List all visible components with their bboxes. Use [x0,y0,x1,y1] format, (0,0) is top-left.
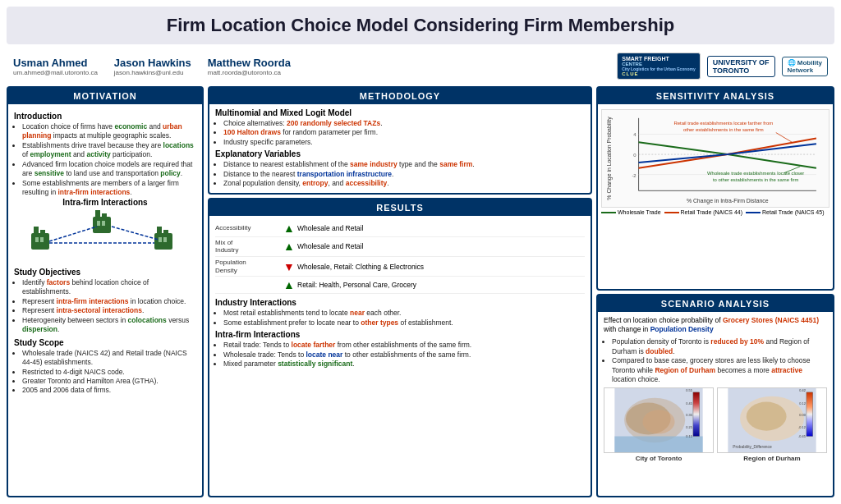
author-3-name: Matthew Roorda [208,57,291,69]
durham-map-svg: 0.42 0.12 0.00 -0.12 -0.45 Probability_D… [718,388,826,452]
exp-bullet-3: Zonal population density, entropy, and a… [223,179,585,188]
svg-text:4: 4 [633,132,636,137]
svg-text:0.25: 0.25 [686,424,692,428]
model-bullets: Choice alternatives: 200 randomly select… [215,119,585,147]
right-panel: SENSITIVITY ANALYSIS % Change in Locatio… [596,86,834,497]
svg-rect-48 [807,392,813,437]
model-bullet-3: Industry specific parameters. [223,138,585,147]
results-row-2: Mix ofIndustry ▲ Wholesale and Retail [215,237,585,257]
author-3: Matthew Roorda matt.roorda@utoronto.ca [208,57,291,76]
author-2-email: jason.hawkins@unl.edu [114,69,191,76]
scenario-bullet-2: Compared to base case, grocery stores ar… [612,356,827,384]
row1-value: Wholesale and Retail [297,224,585,232]
results-row-3: PopulationDensity ▼ Wholesale, Retail: C… [215,257,585,277]
svg-rect-2 [40,230,45,233]
sensitivity-panel: SENSITIVITY ANALYSIS % Change in Locatio… [596,86,834,291]
obj-bullet-3: Represent intra-sectoral interactions. [22,306,196,315]
study-objectives-bullets: Identify factors behind location choice … [14,278,196,335]
row1-arrow: ▲ [281,222,297,235]
explanatory-title: Explanatory Variables [215,149,585,158]
row2-value: Wholesale and Retail [297,242,585,250]
svg-text:to other establishments in the: to other establishments in the same firm [713,177,799,182]
results-body: Accessibility ▲ Wholesale and Retail Mix… [209,216,591,373]
row4-value: Retail: Health, Personal Care, Grocery [297,281,585,289]
scope-bullet-4: 2005 and 2006 data of firms. [22,386,196,395]
methodology-header: METHODOLOGY [209,88,591,104]
motivation-panel: MOTIVATION Introduction Location choice … [7,86,204,497]
svg-rect-39 [693,392,700,437]
author-3-email: matt.roorda@utoronto.ca [208,69,291,76]
intra-firm-interactions-title: Intra-firm Interactions [215,330,585,339]
row3-arrow: ▼ [281,260,297,273]
svg-rect-1 [34,227,39,233]
exp-bullet-1: Distance to nearest establishment of the… [223,160,585,169]
introduction-title: Introduction [14,112,196,121]
toronto-map-container: 0.55 0.45 0.35 0.25 0.15 City of Toronto [604,387,714,462]
obj-bullet-2: Represent intra-firm interactions in loc… [22,297,196,306]
author-1-name: Usman Ahmed [13,57,98,69]
svg-text:0.45: 0.45 [686,401,692,405]
svg-text:Retail trade establishments lo: Retail trade establishments locate farth… [674,121,774,126]
scenario-subtitle: Effect on location choice probability of… [604,316,827,336]
svg-rect-3 [35,237,39,242]
svg-text:0: 0 [633,153,636,158]
explanatory-bullets: Distance to nearest establishment of the… [215,160,585,188]
svg-rect-13 [159,237,162,242]
toronto-map-svg: 0.55 0.45 0.35 0.25 0.15 [604,388,713,452]
svg-point-37 [643,410,675,433]
svg-text:0.00: 0.00 [799,413,806,417]
scope-bullet-2: Restricted to 4-digit NAICS code. [22,368,196,377]
svg-text:-0.45: -0.45 [798,434,806,438]
intra-firm-diagram [14,207,196,264]
authors-bar: Usman Ahmed um.ahmed@mail.utoronto.ca Ja… [7,49,834,83]
sensitivity-header: SENSITIVITY ANALYSIS [598,88,833,104]
results-row-1: Accessibility ▲ Wholesale and Retail [215,220,585,237]
svg-rect-9 [102,221,105,226]
scope-bullet-1: Wholesale trade (NAICS 42) and Retail tr… [22,349,196,368]
row2-arrow: ▲ [281,240,297,253]
introduction-bullets: Location choice of firms have economic a… [14,122,196,198]
poster-title: Firm Location Choice Model Considering F… [7,7,834,44]
svg-rect-7 [102,213,107,217]
legend-retail44: Retail Trade (NAICS 44) [664,209,742,215]
svg-text:other establishments in the sa: other establishments in the same firm [683,127,764,132]
toronto-map: 0.55 0.45 0.35 0.25 0.15 [604,387,714,453]
intra-firm-title: Intra-firm Interactions [14,198,196,207]
svg-rect-11 [157,227,162,233]
legend-retail45: Retail Trade (NAICS 45) [746,209,824,215]
legend-wholesale: Wholesale Trade [601,209,661,215]
svg-line-15 [49,227,97,241]
author-2-name: Jason Hawkins [114,57,191,69]
sensitivity-body: % Change in Location Probability % Chang… [598,104,833,218]
durham-map-label: Region of Durham [717,455,827,462]
svg-text:% Change in Intra-Firm Distanc: % Change in Intra-Firm Distance [687,198,769,204]
svg-rect-6 [95,210,100,217]
row2-label: Mix ofIndustry [215,239,281,254]
model-title: Multinomial and Mixed Logit Model [215,108,585,117]
intra-bullet-2: Wholesale trade: Tends to locate near to… [223,351,585,360]
study-scope-bullets: Wholesale trade (NAICS 42) and Retail tr… [14,349,196,396]
svg-text:Probability_Difference: Probability_Difference [733,445,772,449]
smart-freight-logo: SMART FREIGHT CENTRE City Logistics for … [617,53,700,80]
author-2: Jason Hawkins jason.hawkins@unl.edu [114,57,191,76]
durham-map: 0.42 0.12 0.00 -0.12 -0.45 Probability_D… [717,387,827,453]
scope-bullet-3: Greater Toronto and Hamilton Area (GTHA)… [22,377,196,386]
ind-bullet-1: Most retail establishments tend to locat… [223,309,585,318]
scenario-panel: SCENARIO ANALYSIS Effect on location cho… [596,294,834,498]
author-1-email: um.ahmed@mail.utoronto.ca [13,69,98,76]
svg-text:0.15: 0.15 [686,434,692,438]
authors-list: Usman Ahmed um.ahmed@mail.utoronto.ca Ja… [13,57,291,76]
svg-text:-0.12: -0.12 [798,424,806,428]
model-bullet-1: Choice alternatives: 200 randomly select… [223,119,585,128]
intra-firm-svg [23,208,187,262]
scenario-bullet-1: Population density of Toronto is reduced… [612,337,827,356]
svg-rect-14 [163,237,167,242]
ind-bullet-2: Some establishment prefer to locate near… [223,318,585,328]
svg-text:0.12: 0.12 [799,401,806,405]
logos: SMART FREIGHT CENTRE City Logistics for … [617,53,828,80]
obj-bullet-4: Heterogeneity between sectors in colocat… [22,316,196,335]
legend-retail44-label: Retail Trade (NAICS 44) [681,209,742,215]
results-row-4: ▲ Retail: Health, Personal Care, Grocery [215,277,585,294]
svg-rect-12 [163,230,168,233]
study-scope-title: Study Scope [14,338,196,347]
